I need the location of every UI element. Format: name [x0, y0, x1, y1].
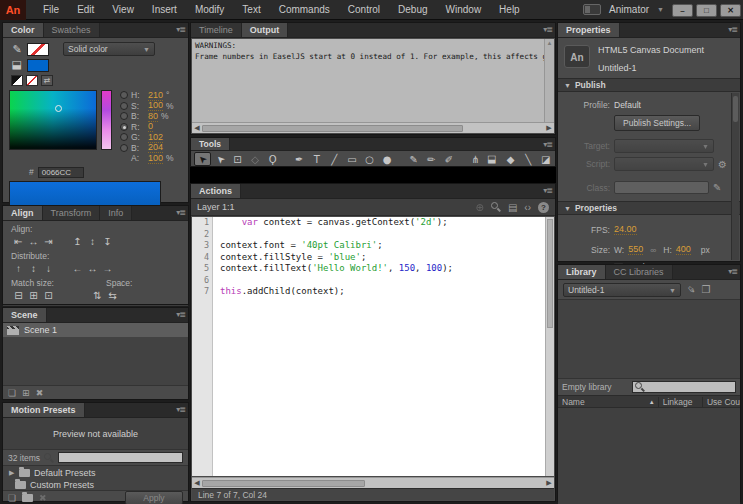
distribute-top-edge-icon[interactable]: ↑: [11, 263, 26, 275]
lasso-tool[interactable]: Ϙ: [264, 152, 281, 166]
panel-menu-icon[interactable]: ▾≣: [728, 267, 737, 276]
tab-scene[interactable]: Scene: [3, 308, 47, 322]
column-linkage[interactable]: Linkage: [658, 397, 702, 407]
paint-brush-tool[interactable]: ✏: [423, 152, 440, 166]
code-editor[interactable]: 1 var context = canvas.getContext('2d');…: [192, 217, 545, 476]
align-bottom-edge-icon[interactable]: ↧: [100, 236, 115, 248]
library-search-input[interactable]: [632, 381, 736, 393]
tab-properties[interactable]: Properties: [558, 23, 620, 37]
hex-input[interactable]: 0066CC: [38, 167, 84, 178]
align-left-edge-icon[interactable]: ⇤: [11, 236, 26, 248]
paint-bucket-tool[interactable]: ◨: [485, 152, 502, 166]
bone-tool[interactable]: ⋔: [467, 152, 484, 166]
duplicate-scene-icon[interactable]: ❏: [8, 388, 16, 398]
scroll-right-arrow[interactable]: ▶: [544, 124, 554, 132]
g-value[interactable]: 102: [148, 132, 163, 143]
new-library-panel-icon[interactable]: ❐: [701, 285, 710, 295]
save-preset-icon[interactable]: ❏: [8, 493, 16, 503]
menu-insert[interactable]: Insert: [143, 0, 186, 20]
panel-menu-icon[interactable]: ▾≣: [543, 186, 552, 195]
b2-value[interactable]: 204: [148, 142, 163, 153]
expand-arrow-icon[interactable]: ▶: [9, 469, 15, 477]
pen-tool[interactable]: ✒: [291, 152, 308, 166]
output-horizontal-scrollbar[interactable]: ◀ ▶: [192, 122, 554, 133]
fill-bucket-icon[interactable]: ◨: [11, 58, 24, 74]
tab-transform[interactable]: Transform: [43, 206, 101, 220]
g-radio[interactable]: [120, 133, 128, 141]
menu-debug[interactable]: Debug: [389, 0, 436, 20]
sort-ascending-icon[interactable]: ▲: [649, 399, 655, 405]
publish-settings-button[interactable]: Publish Settings...: [614, 115, 700, 131]
s-radio[interactable]: [120, 102, 128, 110]
tree-item-custom-presets[interactable]: Custom Presets: [3, 479, 188, 491]
search-input[interactable]: [58, 452, 183, 463]
align-horizontal-center-icon[interactable]: ↔: [26, 236, 41, 248]
h-value[interactable]: 210: [148, 90, 163, 101]
b-value[interactable]: 80: [148, 111, 158, 122]
width-value[interactable]: 550: [628, 244, 643, 255]
color-preview-swatch[interactable]: [9, 181, 161, 206]
tab-color[interactable]: Color: [3, 23, 44, 37]
gradient-transform-tool[interactable]: ◇: [247, 152, 264, 166]
tab-swatches[interactable]: Swatches: [44, 23, 100, 37]
no-color-icon[interactable]: [26, 75, 38, 86]
panel-menu-icon[interactable]: ▾≣: [543, 25, 552, 34]
menu-commands[interactable]: Commands: [270, 0, 339, 20]
distribute-bottom-edge-icon[interactable]: ↓: [41, 263, 56, 275]
eyedropper-tool[interactable]: ╲: [520, 152, 537, 166]
workspace-switcher[interactable]: Animator: [609, 4, 649, 15]
color-picker-marker[interactable]: [55, 105, 62, 112]
scroll-left-arrow[interactable]: ◀: [192, 124, 202, 132]
menu-modify[interactable]: Modify: [186, 0, 233, 20]
tab-tools[interactable]: Tools: [191, 138, 230, 150]
menu-text[interactable]: Text: [233, 0, 269, 20]
menu-window[interactable]: Window: [437, 0, 491, 20]
distribute-left-edge-icon[interactable]: ←: [70, 263, 85, 275]
tab-library[interactable]: Library: [558, 265, 606, 279]
edit-class-pencil-icon[interactable]: ✎: [713, 182, 721, 193]
swap-colors-icon[interactable]: ⇄: [41, 75, 53, 86]
column-name[interactable]: Name: [562, 397, 585, 407]
panel-menu-icon[interactable]: ▾≣: [543, 140, 552, 149]
oval-primitive-tool[interactable]: ●: [379, 152, 396, 166]
scrollbar-thumb[interactable]: [733, 96, 738, 122]
tab-align[interactable]: Align: [3, 206, 43, 220]
library-document-dropdown[interactable]: Untitled-1 ▼: [563, 283, 681, 297]
match-width-icon[interactable]: ⊟: [11, 290, 26, 302]
code-vertical-scrollbar[interactable]: [545, 217, 554, 476]
publish-section-header[interactable]: ▼ Publish: [558, 78, 740, 92]
brush-tool[interactable]: ✐: [441, 152, 458, 166]
maximize-button[interactable]: □: [696, 4, 717, 17]
free-transform-tool[interactable]: ⊡: [229, 152, 246, 166]
r-radio[interactable]: [120, 123, 128, 131]
r-value[interactable]: 0: [148, 121, 153, 132]
format-code-icon[interactable]: ▤: [508, 202, 517, 213]
panel-menu-icon[interactable]: ▾≣: [176, 405, 185, 414]
tree-item-default-presets[interactable]: ▶ Default Presets: [3, 467, 188, 479]
align-top-edge-icon[interactable]: ↥: [70, 236, 85, 248]
output-vertical-scrollbar[interactable]: ▲: [544, 39, 554, 122]
fill-color-swatch[interactable]: [27, 59, 49, 72]
insert-target-path-icon[interactable]: ⊕: [475, 202, 483, 213]
color-type-dropdown[interactable]: Solid color ▼: [63, 42, 155, 56]
scrollbar-thumb[interactable]: [202, 480, 365, 487]
distribute-right-edge-icon[interactable]: →: [100, 263, 115, 275]
class-input[interactable]: [614, 181, 709, 194]
panel-menu-icon[interactable]: ▾≣: [176, 208, 185, 217]
match-width-height-icon[interactable]: ⊡: [41, 290, 56, 302]
align-right-edge-icon[interactable]: ⇥: [41, 236, 56, 248]
document-name[interactable]: Untitled-1: [598, 63, 704, 73]
minimize-button[interactable]: –: [672, 4, 693, 17]
space-evenly-vertically-icon[interactable]: ⇅: [90, 290, 105, 302]
library-item-list[interactable]: [558, 408, 740, 504]
tab-actions[interactable]: Actions: [191, 184, 241, 198]
tab-output[interactable]: Output: [242, 23, 289, 37]
tab-timeline[interactable]: Timeline: [191, 23, 242, 37]
scroll-left-arrow[interactable]: ◀: [192, 479, 202, 487]
code-snippets-icon[interactable]: ‹›: [524, 202, 531, 213]
b-radio[interactable]: [120, 112, 128, 120]
stroke-color-swatch[interactable]: [27, 43, 49, 56]
panel-menu-icon[interactable]: ▾≣: [176, 25, 185, 34]
menu-help[interactable]: Help: [490, 0, 529, 20]
space-evenly-horizontally-icon[interactable]: ⇆: [105, 290, 120, 302]
